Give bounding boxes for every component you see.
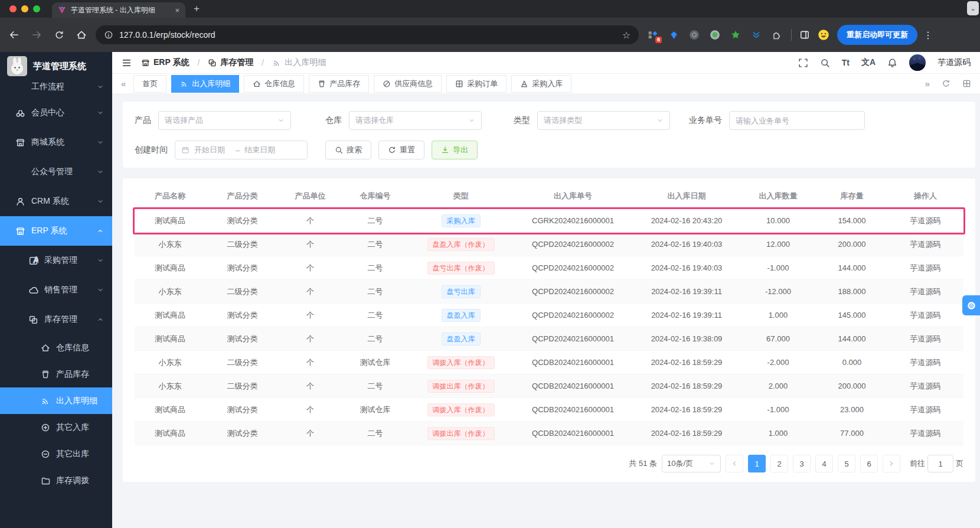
menu-fold-icon[interactable] [122, 58, 132, 68]
extensions-puzzle-icon[interactable] [770, 28, 783, 41]
username[interactable]: 芋道源码 [937, 57, 971, 68]
browser-tab[interactable]: 芋道管理系统 - 出入库明细 × [52, 2, 185, 18]
language-icon[interactable]: 文A [861, 57, 876, 68]
prev-page-button[interactable] [726, 455, 743, 472]
table-row[interactable]: 测试商品 测试分类 个 二号 盘盈入库 QCPD20240216000001 2… [135, 327, 963, 351]
sidebar-item-other-inbound[interactable]: 其它入库 [0, 414, 112, 441]
sidebar-item-inventory-mgmt[interactable]: 库存管理 [0, 305, 112, 334]
page-button-3[interactable]: 3 [793, 455, 811, 472]
settings-gear-button[interactable] [962, 295, 980, 315]
green-circle-extension-icon[interactable] [708, 28, 721, 41]
date-range-picker[interactable]: 开始日期 – 结束日期 [175, 141, 308, 159]
type-select[interactable]: 请选择类型 [537, 111, 670, 130]
window-close-button[interactable] [9, 5, 17, 12]
forward-button[interactable] [28, 27, 45, 43]
bell-icon[interactable] [887, 58, 897, 68]
site-info-icon[interactable] [104, 30, 113, 40]
sidebar-item-erp-system[interactable]: ERP 系统 [0, 216, 112, 246]
sidebar-item-purchase-mgmt[interactable]: 采购管理 [0, 246, 112, 275]
tab-options-grid-icon[interactable] [959, 79, 974, 88]
sidebar-item-crm-system[interactable]: CRM 系统 [0, 187, 112, 216]
tab-home[interactable]: 首页 [133, 75, 166, 93]
window-minimize-button[interactable] [21, 5, 28, 12]
profile-avatar-icon[interactable] [818, 29, 829, 41]
next-page-button[interactable] [883, 455, 900, 472]
page-button-5[interactable]: 5 [838, 455, 855, 472]
table-row[interactable]: 小东东 二级分类 个 二号 盘盈入库（作废） QCPD2024021600000… [135, 233, 963, 256]
breadcrumb-erp[interactable]: ERP 系统 [153, 57, 189, 68]
scroll-tabs-right-icon[interactable]: » [922, 79, 933, 89]
tab-close-icon[interactable]: × [175, 6, 179, 15]
user-avatar[interactable] [909, 54, 926, 71]
table-row[interactable]: 测试商品 测试分类 个 二号 采购入库 CGRK20240216000001 2… [135, 209, 963, 233]
browser-scroll-button[interactable]: ⌄ [967, 1, 979, 15]
cell-stock: 0.000 [816, 358, 887, 367]
search-button[interactable]: 搜索 [325, 141, 371, 159]
fullscreen-icon[interactable] [798, 58, 808, 68]
date-start-placeholder: 开始日期 [194, 145, 231, 155]
tab-supplier-info[interactable]: 供应商信息 [374, 75, 442, 93]
font-size-icon[interactable]: Tt [842, 58, 850, 67]
star-extension-icon[interactable] [729, 28, 742, 41]
table-row[interactable]: 测试商品 测试分类 个 二号 盘盈入库 QCPD20240216000002 2… [135, 304, 963, 327]
browser-menu-icon[interactable]: ⋮ [923, 30, 933, 41]
signal-icon [272, 58, 281, 67]
sidebar-item-official-account[interactable]: 公众号管理 [0, 157, 112, 187]
goto-page-input[interactable] [927, 455, 953, 472]
cell-operator: 芋道源码 [887, 405, 963, 415]
page-button-4[interactable]: 4 [815, 455, 833, 472]
col-type: 类型 [409, 191, 512, 201]
sidebar-item-sales-mgmt[interactable]: 销售管理 [0, 275, 112, 305]
table-row[interactable]: 小东东 二级分类 个 测试仓库 调拨入库（作废） QCDB20240216000… [135, 351, 963, 374]
page-button-6[interactable]: 6 [860, 455, 878, 472]
sidebar-item-mall-system[interactable]: 商城系统 [0, 128, 112, 157]
tab-purchase-inbound[interactable]: 采购入库 [511, 75, 571, 93]
bookmark-star-icon[interactable]: ☆ [622, 30, 631, 41]
table-row[interactable]: 测试商品 测试分类 个 测试仓库 调拨入库（作废） QCDB2024021600… [135, 398, 963, 422]
page-button-2[interactable]: 2 [770, 455, 788, 472]
home-button[interactable] [73, 27, 90, 43]
scroll-tabs-left-icon[interactable]: « [118, 79, 129, 89]
circle-extension-icon[interactable] [688, 28, 701, 41]
bizno-input[interactable] [729, 111, 865, 130]
breadcrumb-inventory[interactable]: 库存管理 [220, 57, 253, 68]
window-zoom-button[interactable] [33, 5, 40, 12]
page-size-select[interactable]: 10条/页 [662, 455, 721, 472]
sidebar-item-stock-record[interactable]: 出入库明细 [0, 387, 112, 414]
export-button[interactable]: 导出 [432, 141, 478, 159]
type-badge: 盘亏出库 [442, 285, 481, 298]
chevron-down-icon [97, 198, 104, 205]
table-row[interactable]: 小东东 二级分类 个 二号 盘亏出库 QCPD20240216000002 20… [135, 280, 963, 304]
address-bar[interactable]: 127.0.0.1/erp/stock/record ☆ [96, 25, 639, 44]
back-button[interactable] [6, 27, 22, 43]
product-select[interactable]: 请选择产品 [158, 111, 291, 130]
chevron-down-icon [277, 117, 285, 124]
table-row[interactable]: 测试商品 测试分类 个 二号 调拨出库（作废） QCDB202402160000… [135, 422, 963, 445]
reset-button[interactable]: 重置 [378, 141, 424, 159]
extension-icon[interactable]: 6 [646, 28, 659, 41]
new-tab-button[interactable]: + [194, 3, 200, 15]
table-row[interactable]: 小东东 二级分类 个 二号 调拨出库（作废） QCDB2024021600000… [135, 374, 963, 398]
reload-button[interactable] [51, 27, 67, 43]
sidebar-item-other-outbound[interactable]: 其它出库 [0, 441, 112, 467]
tab-warehouse-info[interactable]: 仓库信息 [244, 75, 304, 93]
page-button-1[interactable]: 1 [748, 455, 766, 472]
tab-stock-record[interactable]: 出入库明细 [171, 75, 239, 93]
gem-extension-icon[interactable] [667, 28, 680, 41]
sidebar-item-warehouse-info[interactable]: 仓库信息 [0, 334, 112, 361]
refresh-page-icon[interactable] [939, 79, 953, 88]
browser-update-button[interactable]: 重新启动即可更新 [837, 25, 917, 45]
side-panel-icon[interactable] [799, 30, 810, 40]
cell-product-name: 测试商品 [135, 405, 205, 415]
sidebar-item-product-stock[interactable]: 产品库存 [0, 361, 112, 387]
search-icon[interactable] [820, 58, 830, 68]
warehouse-select[interactable]: 请选择仓库 [349, 111, 482, 130]
sidebar-item-stock-transfer[interactable]: 库存调拨 [0, 467, 112, 494]
cell-type: 采购入库 [409, 214, 512, 227]
chevrons-extension-icon[interactable] [750, 28, 763, 41]
table-row[interactable]: 测试商品 测试分类 个 二号 盘亏出库（作废） QCPD202402160000… [135, 256, 963, 280]
tab-product-stock[interactable]: 产品库存 [309, 75, 369, 93]
tab-purchase-order[interactable]: 采购订单 [446, 75, 507, 93]
sidebar-item-workflow[interactable]: 工作流程 [0, 76, 112, 98]
sidebar-item-member-center[interactable]: 会员中心 [0, 98, 112, 128]
